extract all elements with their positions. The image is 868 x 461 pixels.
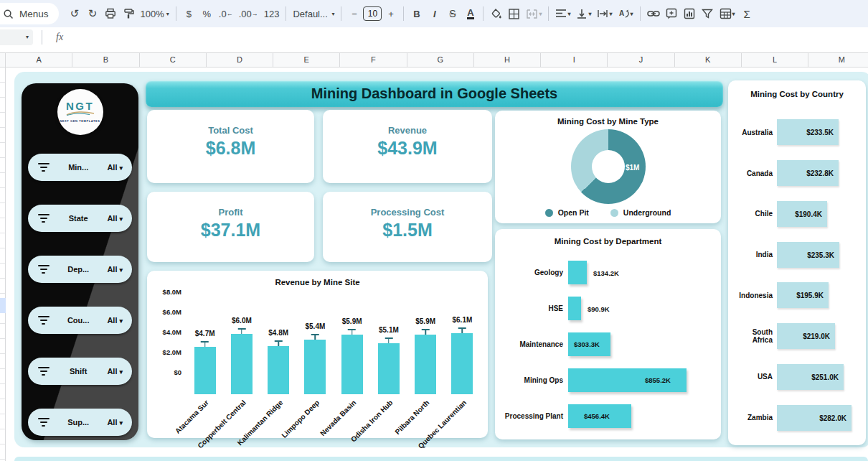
country-bar[interactable]: $190.4K: [777, 201, 827, 227]
department-row-mining-ops: Mining Ops$855.2K: [502, 368, 714, 392]
strikethrough-button[interactable]: S: [443, 4, 461, 23]
department-label: Geology: [502, 269, 568, 276]
department-bar[interactable]: [568, 297, 581, 320]
revenue-bar[interactable]: [304, 340, 326, 394]
filter-value-dropdown[interactable]: All: [107, 163, 123, 172]
format-currency-button[interactable]: $: [180, 4, 198, 23]
fill-color-button[interactable]: [487, 4, 505, 23]
column-header-H[interactable]: H: [474, 53, 541, 67]
revenue-bar[interactable]: [194, 347, 216, 394]
insert-link-button[interactable]: [644, 4, 663, 23]
toolbar-divider: [341, 6, 341, 21]
country-bar[interactable]: $219.0K: [777, 323, 835, 349]
print-button[interactable]: [102, 4, 120, 23]
column-header-L[interactable]: L: [742, 53, 808, 67]
filter-value-dropdown[interactable]: All: [107, 418, 123, 427]
country-value-label: $251.0K: [811, 373, 839, 381]
name-box[interactable]: ▾: [0, 29, 33, 45]
dropdown-arrow-icon: ▾: [732, 11, 735, 17]
filter-pill-min[interactable]: Min...All: [28, 154, 132, 181]
filter-value-dropdown[interactable]: All: [107, 265, 123, 274]
column-header-M[interactable]: M: [808, 53, 868, 67]
row-header-strip[interactable]: [0, 67, 6, 461]
revenue-bar[interactable]: [268, 346, 289, 394]
filter-pill-shift[interactable]: ShiftAll: [28, 358, 132, 385]
revenue-bar[interactable]: [341, 335, 363, 394]
country-row-chile: Chile$190.4K: [732, 201, 860, 227]
country-bar[interactable]: $235.3K: [777, 242, 839, 268]
vertical-align-button[interactable]: ▾: [573, 4, 594, 23]
bar-value-label: $6.1M: [452, 316, 472, 324]
filter-value-dropdown[interactable]: All: [107, 214, 123, 223]
paint-bucket-icon: [490, 8, 502, 20]
select-all-corner[interactable]: [0, 53, 6, 67]
filter-icon: [37, 265, 49, 274]
filter-pill-state[interactable]: StateAll: [28, 205, 132, 232]
country-row-zambia: Zambia$282.0K: [732, 405, 860, 431]
department-bar[interactable]: [568, 261, 587, 284]
column-header-K[interactable]: K: [675, 53, 742, 67]
column-header-D[interactable]: D: [207, 53, 273, 67]
increase-font-size-button[interactable]: +: [382, 4, 400, 23]
filter-value-dropdown[interactable]: All: [107, 367, 123, 376]
bold-button[interactable]: B: [407, 4, 425, 23]
merge-cells-button[interactable]: ▾: [523, 4, 544, 23]
revenue-bar[interactable]: [415, 335, 436, 394]
zoom-select[interactable]: 100%: [138, 4, 172, 23]
department-label: Maintenance: [502, 340, 568, 348]
filter-value-dropdown[interactable]: All: [107, 316, 123, 325]
selected-row-header[interactable]: [0, 298, 6, 313]
increase-decimal-button[interactable]: .00→: [236, 4, 261, 23]
decrease-font-size-button[interactable]: −: [345, 4, 363, 23]
country-bar[interactable]: $282.0K: [777, 405, 852, 431]
insert-comment-button[interactable]: [663, 4, 681, 23]
column-header-C[interactable]: C: [140, 53, 207, 67]
menus-label[interactable]: Menus: [19, 9, 49, 19]
italic-button[interactable]: I: [425, 4, 443, 23]
legend-label: Open Pit: [558, 208, 589, 217]
country-bar[interactable]: $251.0K: [777, 364, 844, 390]
toolbar-divider: [176, 6, 176, 21]
country-bar[interactable]: $233.5K: [777, 119, 839, 145]
country-bar[interactable]: $195.9K: [777, 282, 829, 308]
font-select[interactable]: Defaul...: [290, 4, 337, 23]
table-button[interactable]: ▾: [717, 4, 738, 23]
revenue-bar[interactable]: [378, 343, 400, 394]
column-header-F[interactable]: F: [340, 53, 407, 67]
dropdown-arrow-icon: ▾: [567, 11, 570, 17]
font-size-input[interactable]: 10: [363, 6, 382, 21]
functions-button[interactable]: Σ: [738, 4, 756, 23]
column-header-J[interactable]: J: [608, 53, 674, 67]
text-color-button[interactable]: A: [461, 4, 479, 23]
filter-pill-cou[interactable]: Cou...All: [28, 307, 132, 334]
insert-chart-button[interactable]: [681, 4, 699, 23]
revenue-bar[interactable]: [231, 334, 253, 394]
toolbar-divider: [403, 6, 404, 21]
column-header-A[interactable]: A: [6, 53, 72, 67]
legend-label: Underground: [623, 208, 671, 217]
country-bar[interactable]: $232.8K: [777, 160, 839, 186]
paint-format-button[interactable]: [120, 4, 138, 23]
revenue-bar[interactable]: [451, 333, 473, 394]
undo-button[interactable]: ↺: [66, 4, 84, 23]
menus-search-pill[interactable]: Menus: [0, 3, 59, 24]
filter-pill-dep[interactable]: Dep...All: [28, 256, 132, 283]
column-header-B[interactable]: B: [72, 53, 139, 67]
chart-title: Mining Cost by Department: [495, 237, 721, 246]
y-tick: $2.0M: [153, 348, 181, 356]
text-wrap-button[interactable]: ▾: [594, 4, 615, 23]
create-filter-button[interactable]: [699, 4, 717, 23]
horizontal-align-button[interactable]: ▾: [552, 4, 573, 23]
column-header-I[interactable]: I: [541, 53, 608, 67]
decrease-decimal-button[interactable]: .0←: [216, 4, 236, 23]
more-formats-button[interactable]: 123: [261, 4, 283, 23]
format-percent-button[interactable]: %: [198, 4, 216, 23]
borders-button[interactable]: [505, 4, 523, 23]
kpi-label: Processing Cost: [323, 207, 492, 218]
filter-pill-sup[interactable]: Sup...All: [28, 409, 132, 436]
country-value-label: $235.3K: [807, 251, 834, 259]
column-header-G[interactable]: G: [407, 53, 474, 67]
column-header-E[interactable]: E: [273, 53, 340, 67]
redo-button[interactable]: ↻: [84, 4, 102, 23]
text-rotation-button[interactable]: A ▾: [615, 4, 636, 23]
